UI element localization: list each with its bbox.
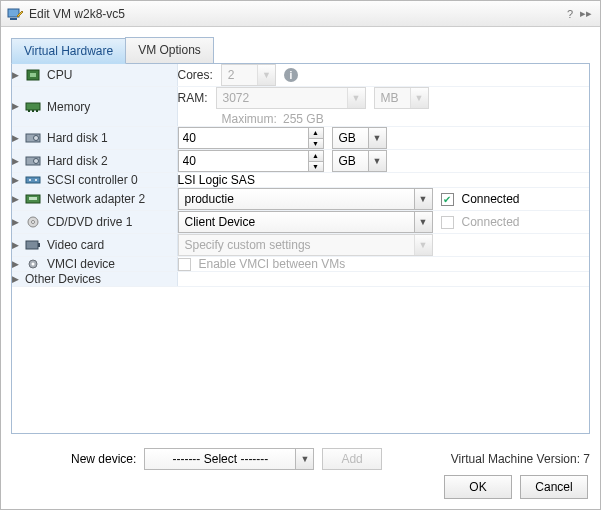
- row-video-card: ▶ Video card Specify custom settings▼: [12, 234, 589, 257]
- expander-icon[interactable]: ▶: [12, 158, 19, 165]
- chevron-down-icon: ▼: [347, 88, 365, 108]
- chevron-down-icon[interactable]: ▼: [368, 128, 386, 148]
- video-label: Video card: [47, 238, 104, 252]
- row-memory: ▶ Memory RAM: 3072▼ MB▼: [12, 87, 589, 127]
- ram-max-label: Maximum:: [222, 112, 277, 126]
- chevron-down-icon: ▼: [414, 235, 432, 255]
- info-icon[interactable]: i: [284, 68, 298, 82]
- cd-connected-checkbox: [441, 216, 454, 229]
- chevron-down-icon: ▼: [410, 88, 428, 108]
- tab-vm-options[interactable]: VM Options: [125, 37, 214, 63]
- chevron-down-icon: ▼: [257, 65, 275, 85]
- cd-label: CD/DVD drive 1: [47, 215, 132, 229]
- vmci-option-label: Enable VMCI between VMs: [199, 257, 346, 271]
- row-hard-disk-2: ▶ Hard disk 2 ▲▼ GB▼: [12, 150, 589, 173]
- svg-rect-7: [36, 110, 38, 112]
- chevron-down-icon[interactable]: ▼: [414, 212, 432, 232]
- vmci-label: VMCI device: [47, 257, 115, 271]
- video-select: Specify custom settings▼: [178, 234, 433, 256]
- ram-value-select: 3072▼: [216, 87, 366, 109]
- hd2-size-input[interactable]: ▲▼: [178, 150, 324, 172]
- cpu-label: CPU: [47, 68, 72, 82]
- tab-bar: Virtual Hardware VM Options: [11, 37, 590, 64]
- scsi-label: SCSI controller 0: [47, 173, 138, 187]
- ram-unit-select: MB▼: [374, 87, 429, 109]
- svg-point-9: [34, 136, 39, 141]
- svg-rect-19: [26, 241, 38, 249]
- expander-icon[interactable]: ▶: [12, 276, 19, 283]
- row-vmci-device: ▶ VMCI device Enable VMCI between VMs: [12, 257, 589, 272]
- network-select[interactable]: productie▼: [178, 188, 433, 210]
- hd2-unit-select[interactable]: GB▼: [332, 150, 387, 172]
- ram-label: RAM:: [178, 91, 208, 105]
- spin-down-icon[interactable]: ▼: [309, 162, 323, 172]
- expand-icon[interactable]: ▸▸: [578, 6, 594, 22]
- svg-point-14: [35, 179, 37, 181]
- new-device-select[interactable]: ------- Select -------▼: [144, 448, 314, 470]
- spin-up-icon[interactable]: ▲: [309, 151, 323, 162]
- row-scsi-controller: ▶ SCSI controller 0 LSI Logic SAS: [12, 173, 589, 188]
- vm-edit-icon: [7, 6, 23, 22]
- help-icon[interactable]: ?: [562, 6, 578, 22]
- expander-icon[interactable]: ▶: [12, 219, 19, 226]
- svg-rect-16: [29, 197, 37, 200]
- cores-label: Cores:: [178, 68, 213, 82]
- svg-rect-3: [30, 73, 36, 77]
- video-icon: [25, 239, 41, 251]
- ram-max-value: 255 GB: [283, 112, 324, 126]
- edit-vm-dialog: Edit VM w2k8-vc5 ? ▸▸ Virtual Hardware V…: [0, 0, 601, 510]
- expander-icon[interactable]: ▶: [12, 72, 19, 79]
- controller-icon: [25, 174, 41, 186]
- chevron-down-icon[interactable]: ▼: [295, 449, 313, 469]
- row-network-adapter: ▶ Network adapter 2 productie▼ ✔ Connect…: [12, 188, 589, 211]
- titlebar: Edit VM w2k8-vc5 ? ▸▸: [1, 1, 600, 27]
- expander-icon[interactable]: ▶: [12, 196, 19, 203]
- svg-point-18: [32, 221, 35, 224]
- gear-icon: [25, 258, 41, 270]
- memory-icon: [25, 101, 41, 113]
- network-connected-label: Connected: [462, 192, 520, 206]
- cd-connected-label: Connected: [462, 215, 520, 229]
- spin-down-icon[interactable]: ▼: [309, 139, 323, 149]
- expander-icon[interactable]: ▶: [12, 242, 19, 249]
- expander-icon[interactable]: ▶: [12, 135, 19, 142]
- svg-rect-20: [38, 243, 40, 247]
- network-label: Network adapter 2: [47, 192, 145, 206]
- svg-point-13: [29, 179, 31, 181]
- hd1-label: Hard disk 1: [47, 131, 108, 145]
- svg-rect-6: [32, 110, 34, 112]
- svg-point-22: [32, 263, 35, 266]
- other-label: Other Devices: [25, 272, 101, 286]
- chevron-down-icon[interactable]: ▼: [368, 151, 386, 171]
- row-cd-dvd: ▶ CD/DVD drive 1 Client Device▼ Connecte…: [12, 211, 589, 234]
- cd-select[interactable]: Client Device▼: [178, 211, 433, 233]
- scsi-value: LSI Logic SAS: [178, 173, 255, 187]
- spin-up-icon[interactable]: ▲: [309, 128, 323, 139]
- svg-point-11: [34, 159, 39, 164]
- hd1-size-input[interactable]: ▲▼: [178, 127, 324, 149]
- cd-icon: [25, 216, 41, 228]
- chevron-down-icon[interactable]: ▼: [414, 189, 432, 209]
- tab-virtual-hardware[interactable]: Virtual Hardware: [11, 38, 126, 64]
- memory-label: Memory: [47, 100, 90, 114]
- network-connected-checkbox[interactable]: ✔: [441, 193, 454, 206]
- vm-version-label: Virtual Machine Version: 7: [451, 452, 590, 466]
- disk-icon: [25, 155, 41, 167]
- disk-icon: [25, 132, 41, 144]
- hardware-panel: ▶ CPU Cores: 2▼ i ▶: [11, 64, 590, 434]
- new-device-label: New device:: [71, 452, 136, 466]
- svg-rect-5: [28, 110, 30, 112]
- add-button: Add: [322, 448, 381, 470]
- ok-button[interactable]: OK: [444, 475, 512, 499]
- cpu-cores-select: 2▼: [221, 64, 276, 86]
- hd2-label: Hard disk 2: [47, 154, 108, 168]
- row-hard-disk-1: ▶ Hard disk 1 ▲▼ GB▼: [12, 127, 589, 150]
- row-other-devices: ▶ Other Devices: [12, 272, 589, 287]
- expander-icon[interactable]: ▶: [12, 261, 19, 268]
- cpu-icon: [25, 69, 41, 81]
- cancel-button[interactable]: Cancel: [520, 475, 588, 499]
- hd1-unit-select[interactable]: GB▼: [332, 127, 387, 149]
- expander-icon[interactable]: ▶: [12, 177, 19, 184]
- row-cpu: ▶ CPU Cores: 2▼ i: [12, 64, 589, 87]
- expander-icon[interactable]: ▶: [12, 103, 19, 110]
